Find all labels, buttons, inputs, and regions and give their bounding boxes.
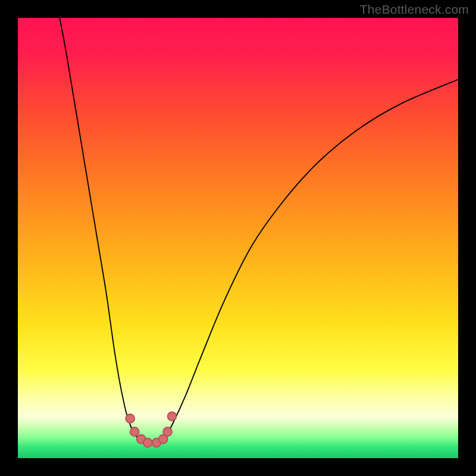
dip-marker — [126, 414, 134, 423]
dip-marker — [163, 427, 172, 436]
marker-group — [126, 412, 176, 447]
dip-marker — [168, 412, 177, 421]
curve-layer — [18, 18, 458, 458]
dip-marker — [130, 427, 139, 436]
dip-marker — [143, 439, 152, 447]
chart-frame: TheBottleneck.com — [0, 0, 476, 476]
watermark-text: TheBottleneck.com — [360, 2, 469, 17]
bottleneck-curve — [60, 18, 458, 444]
plot-area — [18, 18, 458, 458]
